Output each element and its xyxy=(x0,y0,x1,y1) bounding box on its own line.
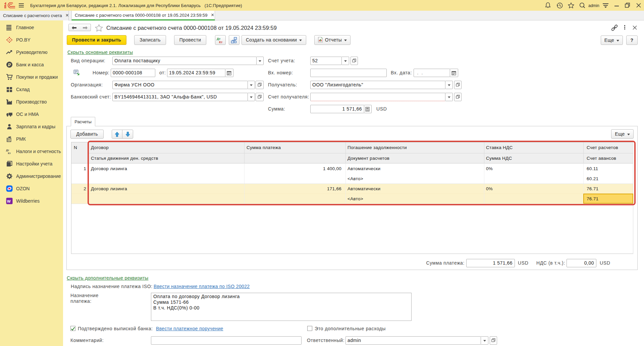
svg-text:Дт: Дт xyxy=(217,37,221,41)
svg-text:Кт: Кт xyxy=(219,40,223,44)
svg-text:P: P xyxy=(8,63,11,67)
svg-text:Дт: Дт xyxy=(6,149,9,152)
svg-text:W: W xyxy=(7,199,11,203)
svg-text:Кт: Кт xyxy=(8,152,11,155)
